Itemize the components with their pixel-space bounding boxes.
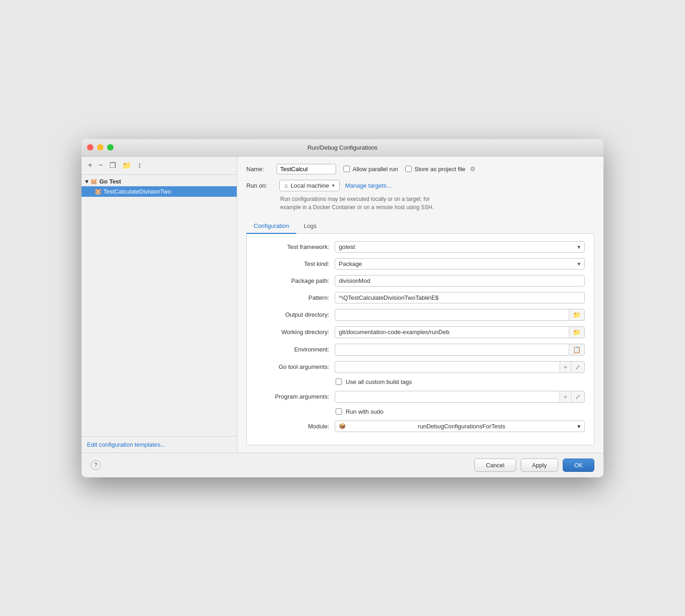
go-tool-args-control: + ⤢ [335, 361, 585, 373]
name-input[interactable] [277, 164, 336, 174]
module-dropdown[interactable]: 📦 runDebugConfigurationsForTests ▾ [335, 421, 585, 432]
copy-config-button[interactable]: ❐ [108, 160, 118, 171]
store-as-project-checkbox[interactable] [405, 166, 412, 172]
apply-button[interactable]: Apply [521, 459, 559, 472]
output-dir-input-group: 📁 [335, 309, 585, 321]
run-with-sudo-checkbox[interactable] [336, 408, 342, 415]
sidebar-group-go-test[interactable]: ▾ 🐹 Go Test [82, 177, 237, 186]
go-tool-args-add-icon[interactable]: + [560, 362, 571, 373]
package-path-row: Package path: [256, 275, 585, 286]
program-args-row: Program arguments: + ⤢ [256, 391, 585, 403]
help-button[interactable]: ? [91, 460, 101, 470]
sidebar-footer: Edit configuration templates... [82, 436, 237, 453]
output-dir-browse-icon[interactable]: 📁 [569, 309, 584, 320]
program-args-control: + ⤢ [335, 391, 585, 403]
module-folder-icon: 📦 [339, 423, 346, 429]
go-tool-args-row: Go tool arguments: + ⤢ [256, 361, 585, 373]
main-window: Run/Debug Configurations + − ❐ 📁 ↕ ▾ 🐹 G… [82, 139, 603, 477]
store-as-project-label: Store as project file [414, 166, 465, 173]
run-on-description: Run configurations may be executed local… [280, 195, 594, 211]
test-kind-arrow-icon: ▾ [577, 260, 581, 267]
store-as-project-group: Store as project file ⚙ [405, 165, 476, 173]
use-all-custom-row: Use all custom build tags [256, 378, 585, 385]
tab-logs[interactable]: Logs [296, 219, 324, 234]
go-tool-args-icons: + ⤢ [560, 362, 584, 373]
program-args-expand-icon[interactable]: ⤢ [571, 391, 584, 402]
output-dir-control: 📁 [335, 309, 585, 321]
module-arrow-icon: ▾ [577, 423, 581, 430]
run-with-sudo-label: Run with sudo [346, 408, 383, 415]
manage-targets-link[interactable]: Manage targets... [345, 182, 391, 189]
output-dir-input[interactable] [335, 309, 569, 320]
titlebar: Run/Debug Configurations [82, 139, 603, 157]
minimize-button[interactable] [97, 144, 103, 151]
ok-button[interactable]: OK [563, 459, 594, 472]
sidebar-item-test-calc[interactable]: 🐹 TestCalculateDivisionTwo [82, 186, 237, 197]
working-dir-control: 📁 [335, 326, 585, 338]
output-dir-label: Output directory: [256, 311, 329, 318]
content-area: + − ❐ 📁 ↕ ▾ 🐹 Go Test 🐹 TestCalculateDiv… [82, 157, 603, 453]
test-kind-control: Package ▾ [335, 258, 585, 270]
add-config-button[interactable]: + [86, 160, 94, 170]
program-args-label: Program arguments: [256, 393, 329, 400]
environment-browse-icon[interactable]: 📋 [569, 344, 584, 355]
run-on-dropdown[interactable]: ⌂ Local machine ▾ [279, 180, 340, 191]
program-args-input-group: + ⤢ [335, 391, 585, 403]
run-with-sudo-row: Run with sudo [256, 408, 585, 415]
test-kind-value: Package [339, 260, 362, 267]
run-on-arrow-icon: ▾ [332, 183, 335, 189]
pattern-input[interactable] [335, 292, 585, 303]
sidebar: + − ❐ 📁 ↕ ▾ 🐹 Go Test 🐹 TestCalculateDiv… [82, 157, 237, 453]
close-button[interactable] [87, 144, 93, 151]
test-kind-label: Test kind: [256, 260, 329, 267]
working-dir-browse-icon[interactable]: 📁 [569, 327, 584, 338]
allow-parallel-checkbox[interactable] [343, 166, 350, 172]
pattern-label: Pattern: [256, 294, 329, 301]
maximize-button[interactable] [107, 144, 114, 151]
main-panel: Name: Allow parallel run Store as projec… [237, 157, 603, 453]
chevron-icon: ▾ [85, 178, 88, 185]
environment-control: 📋 [335, 344, 585, 356]
go-tool-args-input[interactable] [335, 362, 560, 372]
working-dir-input[interactable] [335, 327, 569, 337]
package-path-control [335, 275, 585, 286]
test-framework-row: Test framework: gotest ▾ [256, 241, 585, 253]
window-title: Run/Debug Configurations [307, 144, 377, 151]
allow-parallel-group: Allow parallel run [343, 166, 398, 173]
module-value: runDebugConfigurationsForTests [418, 423, 506, 430]
tabs-row: Configuration Logs [246, 219, 594, 234]
working-dir-input-group: 📁 [335, 326, 585, 338]
program-args-add-icon[interactable]: + [560, 391, 571, 402]
use-all-custom-checkbox[interactable] [336, 378, 342, 385]
folder-config-button[interactable]: 📁 [120, 160, 133, 171]
config-panel: Test framework: gotest ▾ Test kind: Pack… [246, 234, 594, 445]
use-all-custom-label: Use all custom build tags [346, 378, 412, 385]
working-dir-label: Working directory: [256, 329, 329, 335]
environment-input[interactable] [335, 344, 569, 355]
bottom-bar: ? Cancel Apply OK [82, 453, 603, 477]
go-tool-args-expand-icon[interactable]: ⤢ [571, 362, 584, 373]
name-row: Name: Allow parallel run Store as projec… [246, 164, 594, 174]
package-path-input[interactable] [335, 275, 585, 286]
test-framework-value: gotest [339, 243, 355, 250]
test-framework-dropdown[interactable]: gotest ▾ [335, 241, 585, 253]
sidebar-toolbar: + − ❐ 📁 ↕ [82, 157, 237, 175]
cancel-button[interactable]: Cancel [474, 459, 516, 472]
run-on-label: Run on: [246, 182, 274, 189]
test-kind-dropdown[interactable]: Package ▾ [335, 258, 585, 270]
go-tool-args-label: Go tool arguments: [256, 363, 329, 370]
pattern-row: Pattern: [256, 292, 585, 303]
tab-configuration[interactable]: Configuration [246, 219, 296, 234]
test-item-emoji: 🐹 [94, 188, 102, 195]
edit-templates-link[interactable]: Edit configuration templates... [87, 441, 165, 448]
program-args-input[interactable] [335, 391, 560, 402]
run-on-row: Run on: ⌂ Local machine ▾ Manage targets… [246, 180, 594, 191]
go-test-group-label: Go Test [99, 178, 121, 185]
module-row: Module: 📦 runDebugConfigurationsForTests… [256, 421, 585, 432]
environment-input-group: 📋 [335, 344, 585, 356]
remove-config-button[interactable]: − [97, 160, 104, 170]
gear-icon[interactable]: ⚙ [470, 165, 476, 173]
pattern-control [335, 292, 585, 303]
test-framework-label: Test framework: [256, 243, 329, 250]
sort-config-button[interactable]: ↕ [136, 160, 143, 170]
